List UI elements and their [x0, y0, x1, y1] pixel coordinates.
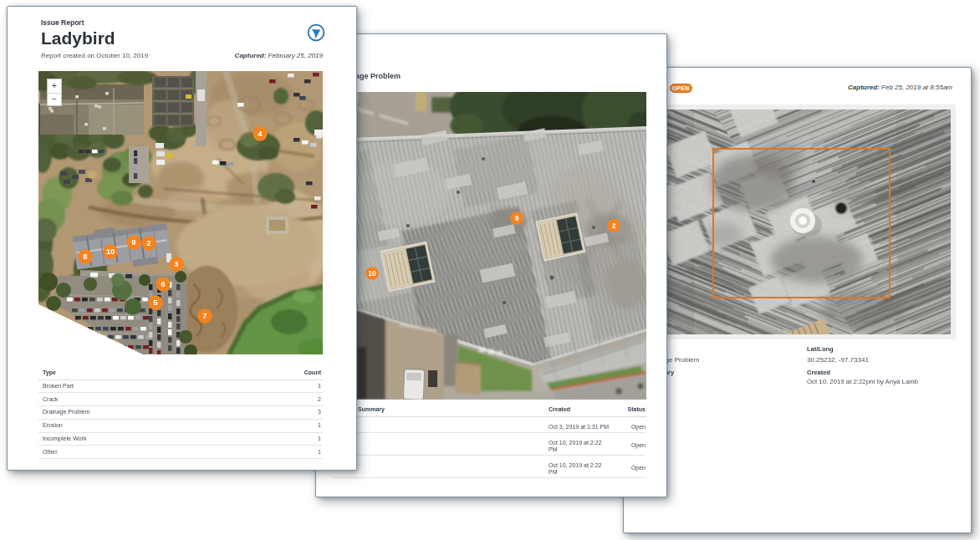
- svg-text:2: 2: [146, 238, 151, 247]
- svg-text:7: 7: [202, 311, 207, 320]
- svg-text:6: 6: [161, 279, 165, 288]
- svg-text:9: 9: [131, 237, 135, 247]
- svg-text:8: 8: [83, 252, 87, 261]
- svg-text:2: 2: [612, 222, 616, 230]
- svg-text:10: 10: [106, 247, 115, 256]
- svg-text:10: 10: [368, 269, 376, 278]
- svg-text:5: 5: [153, 298, 158, 307]
- svg-text:3: 3: [174, 259, 178, 268]
- svg-text:9: 9: [515, 214, 519, 222]
- svg-text:4: 4: [258, 129, 263, 138]
